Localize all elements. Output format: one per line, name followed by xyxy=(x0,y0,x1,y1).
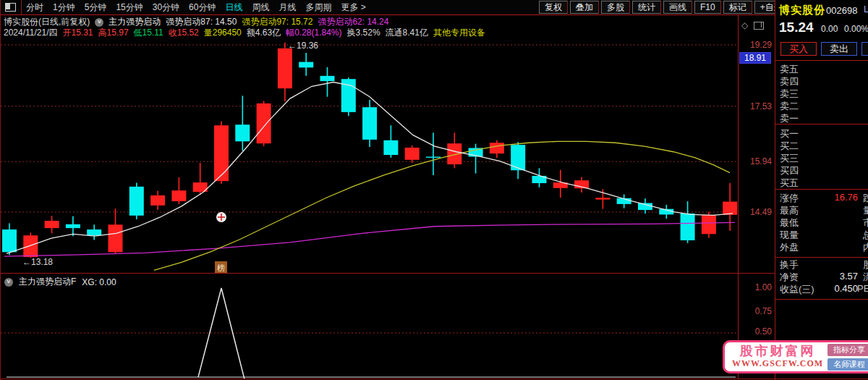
chart-corner-icons: ◇ xyxy=(741,20,764,30)
stat-right-label: 内 xyxy=(863,241,868,254)
divider xyxy=(775,124,868,124)
sell-level-label: 卖五 xyxy=(780,63,799,76)
toolbar-button-5[interactable]: 画线 xyxy=(663,1,692,14)
candle-body xyxy=(235,124,250,141)
watermark-text: 股市财富网 WWW.GSCFW.COM xyxy=(728,344,827,370)
toolbar-button-4[interactable]: 统计 xyxy=(632,1,661,14)
chevron-down-icon[interactable]: ˅ xyxy=(95,18,103,27)
menu-item-7[interactable]: 日线 xyxy=(225,1,242,14)
sub-indicator-value: XG: 0.00 xyxy=(82,277,116,287)
main-chart-canvas[interactable]: ←13.18←19.36榜 xyxy=(1,15,739,274)
candle-body xyxy=(150,195,165,206)
toolbar-button-2[interactable]: 叠加 xyxy=(570,1,599,14)
watermark-badges: 指标分享 名师课程 xyxy=(827,344,868,370)
menu-item-8[interactable]: 周线 xyxy=(252,1,269,14)
menu-item-9[interactable]: 月线 xyxy=(278,1,296,14)
candle-body xyxy=(426,156,441,157)
stat-right-label: 量 xyxy=(863,204,868,217)
buy-level-row[interactable]: 买一 xyxy=(775,127,868,140)
menu-item-11[interactable]: 更多 > xyxy=(341,1,365,14)
menu-item-3[interactable]: 5分钟 xyxy=(85,1,107,14)
sub-indicator-panel: ˅ 主力强势启动F XG: 0.00 xyxy=(1,274,739,379)
sell-button[interactable]: 卖出 xyxy=(821,42,857,56)
candle-body xyxy=(595,198,610,199)
sub-chart-canvas[interactable] xyxy=(1,274,739,379)
stat-row: 净资3.57流 xyxy=(775,271,868,283)
ohlc-field-3: 高15.97 xyxy=(98,27,129,39)
low-price-label: ←13.18 xyxy=(22,257,53,267)
stock-name: 博实股份 xyxy=(779,4,825,17)
menu-item-1[interactable]: 分时 xyxy=(26,1,43,14)
candle-body xyxy=(702,215,716,234)
third-button-partial[interactable] xyxy=(861,42,868,56)
sell-level-row[interactable]: 卖一 xyxy=(775,112,868,124)
ohlc-field-8: 幅0.28(1.84%) xyxy=(286,27,341,39)
menu-item-4[interactable]: 15分钟 xyxy=(116,1,142,14)
ohlc-field-10: 流通8.41亿 xyxy=(386,27,428,39)
stat-value: 3.57 xyxy=(840,271,858,282)
candle-body xyxy=(405,148,420,160)
stat-right-label: 市 xyxy=(863,216,868,229)
buy-level-label: 买一 xyxy=(780,127,799,140)
candle-body xyxy=(681,214,695,240)
watermark-badge: 指标分享 xyxy=(827,344,868,356)
stat-row: 最高量 xyxy=(775,204,868,216)
price-change-pct: 0.00% xyxy=(844,24,868,34)
watermark-site-name: 股市财富网 xyxy=(728,344,827,358)
menu-item-6[interactable]: 60分钟 xyxy=(189,1,216,14)
buy-level-row[interactable]: 买四 xyxy=(775,164,868,177)
sub-indicator-title: ˅ 主力强势启动F XG: 0.00 xyxy=(4,276,116,288)
watermark-badge: 名师课程 xyxy=(827,358,868,371)
buy-level-label: 买二 xyxy=(780,140,799,153)
sell-level-row[interactable]: 卖三 xyxy=(775,88,868,100)
sell-level-label: 卖三 xyxy=(780,88,799,101)
stat-label: 外盘 xyxy=(780,241,799,254)
divider xyxy=(775,257,868,258)
buy-level-label: 买三 xyxy=(780,152,799,165)
window-split-icon[interactable] xyxy=(5,3,16,12)
candle-body xyxy=(383,140,398,155)
panel-divider xyxy=(1,273,775,274)
buy-level-label: 买五 xyxy=(780,177,799,190)
diamond-icon[interactable]: ◇ xyxy=(741,20,748,30)
candle-body xyxy=(490,143,504,153)
menu-item-5[interactable]: 30分钟 xyxy=(153,1,179,14)
divider xyxy=(775,299,868,300)
stat-label: 换手 xyxy=(780,258,799,271)
toolbar-button-3[interactable]: 多股 xyxy=(601,1,630,14)
price-axis-label-3: 15.94 xyxy=(739,156,772,166)
sell-level-row[interactable]: 卖五 xyxy=(775,63,868,75)
quote-panel: 博实股份 002698 L 15.24 0.00 0.00% 买入 卖出 卖五卖… xyxy=(775,0,868,380)
price-axis-label-2: 17.53 xyxy=(739,101,772,111)
period-menu: 分时1分钟5分钟15分钟30分钟60分钟日线周线月线多周期更多 > xyxy=(21,0,366,14)
pane-layout-icon[interactable] xyxy=(754,22,764,30)
bang-badge[interactable]: 榜 xyxy=(217,263,225,272)
candle-body xyxy=(278,48,292,88)
stat-label: 现量 xyxy=(780,229,799,242)
ohlc-field-9: 换3.52% xyxy=(347,27,380,39)
buy-button[interactable]: 买入 xyxy=(780,42,817,56)
buy-level-row[interactable]: 买三 xyxy=(775,152,868,164)
buy-level-row[interactable]: 买二 xyxy=(775,140,868,152)
candle-body xyxy=(320,76,335,81)
buy-level-row[interactable]: 买五 xyxy=(775,177,868,189)
menu-item-2[interactable]: 1分钟 xyxy=(53,1,75,14)
toolbar-button-7[interactable]: 标记 xyxy=(723,1,752,14)
toolbar-button-1[interactable]: 复权 xyxy=(539,1,568,14)
stat-label: 最高 xyxy=(780,204,799,217)
stat-label: 收益(三) xyxy=(780,283,814,296)
chevron-down-icon[interactable]: ˅ xyxy=(4,278,13,287)
ohlc-field-4: 低15.11 xyxy=(134,27,163,39)
candle-body xyxy=(129,187,144,216)
stat-row: 现量总 xyxy=(775,229,868,241)
menu-item-10[interactable]: 多周期 xyxy=(305,1,331,14)
sell-level-row[interactable]: 卖四 xyxy=(775,75,868,88)
sell-level-row[interactable]: 卖二 xyxy=(775,100,868,112)
candle-body xyxy=(299,62,313,68)
candle-body xyxy=(23,235,38,257)
candle-body xyxy=(66,224,80,228)
main-chart-panel: 博实股份(日线,前复权) ˅ 主力强势启动 强势启动87: 14.50强势启动9… xyxy=(1,15,739,274)
stat-value: 16.76 xyxy=(834,192,858,203)
toolbar-button-6[interactable]: F10 xyxy=(694,1,721,14)
stat-right-label: 总 xyxy=(863,229,868,242)
